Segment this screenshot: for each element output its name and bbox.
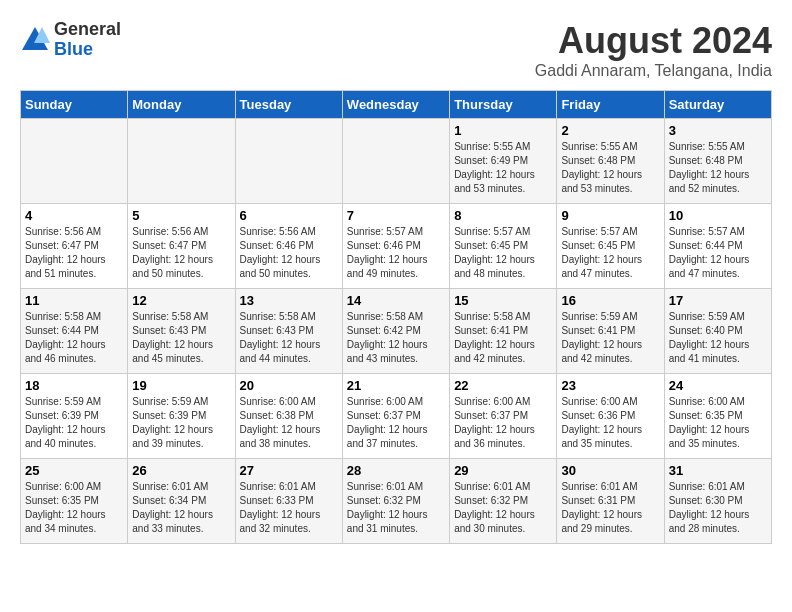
day-info: Sunrise: 5:59 AM Sunset: 6:40 PM Dayligh… xyxy=(669,310,767,366)
weekday-header-row: SundayMondayTuesdayWednesdayThursdayFrid… xyxy=(21,91,772,119)
calendar-cell: 24Sunrise: 6:00 AM Sunset: 6:35 PM Dayli… xyxy=(664,374,771,459)
day-number: 28 xyxy=(347,463,445,478)
calendar-cell: 19Sunrise: 5:59 AM Sunset: 6:39 PM Dayli… xyxy=(128,374,235,459)
logo-blue: Blue xyxy=(54,40,121,60)
day-info: Sunrise: 5:57 AM Sunset: 6:45 PM Dayligh… xyxy=(561,225,659,281)
day-number: 12 xyxy=(132,293,230,308)
day-number: 7 xyxy=(347,208,445,223)
calendar-cell: 6Sunrise: 5:56 AM Sunset: 6:46 PM Daylig… xyxy=(235,204,342,289)
day-info: Sunrise: 5:58 AM Sunset: 6:41 PM Dayligh… xyxy=(454,310,552,366)
day-number: 20 xyxy=(240,378,338,393)
calendar-body: 1Sunrise: 5:55 AM Sunset: 6:49 PM Daylig… xyxy=(21,119,772,544)
day-number: 27 xyxy=(240,463,338,478)
calendar-cell xyxy=(128,119,235,204)
day-number: 22 xyxy=(454,378,552,393)
calendar-cell: 30Sunrise: 6:01 AM Sunset: 6:31 PM Dayli… xyxy=(557,459,664,544)
day-info: Sunrise: 5:58 AM Sunset: 6:44 PM Dayligh… xyxy=(25,310,123,366)
logo-general: General xyxy=(54,20,121,40)
day-info: Sunrise: 6:00 AM Sunset: 6:37 PM Dayligh… xyxy=(347,395,445,451)
calendar-cell: 14Sunrise: 5:58 AM Sunset: 6:42 PM Dayli… xyxy=(342,289,449,374)
calendar-cell: 5Sunrise: 5:56 AM Sunset: 6:47 PM Daylig… xyxy=(128,204,235,289)
day-info: Sunrise: 6:01 AM Sunset: 6:30 PM Dayligh… xyxy=(669,480,767,536)
calendar-cell: 4Sunrise: 5:56 AM Sunset: 6:47 PM Daylig… xyxy=(21,204,128,289)
day-number: 19 xyxy=(132,378,230,393)
day-info: Sunrise: 5:55 AM Sunset: 6:49 PM Dayligh… xyxy=(454,140,552,196)
day-number: 30 xyxy=(561,463,659,478)
day-info: Sunrise: 6:00 AM Sunset: 6:38 PM Dayligh… xyxy=(240,395,338,451)
day-info: Sunrise: 6:01 AM Sunset: 6:31 PM Dayligh… xyxy=(561,480,659,536)
day-number: 17 xyxy=(669,293,767,308)
day-number: 31 xyxy=(669,463,767,478)
calendar-week-row: 11Sunrise: 5:58 AM Sunset: 6:44 PM Dayli… xyxy=(21,289,772,374)
calendar-week-row: 4Sunrise: 5:56 AM Sunset: 6:47 PM Daylig… xyxy=(21,204,772,289)
day-number: 11 xyxy=(25,293,123,308)
header: General Blue August 2024 Gaddi Annaram, … xyxy=(20,20,772,80)
main-title: August 2024 xyxy=(535,20,772,62)
day-info: Sunrise: 5:55 AM Sunset: 6:48 PM Dayligh… xyxy=(561,140,659,196)
day-info: Sunrise: 6:01 AM Sunset: 6:32 PM Dayligh… xyxy=(347,480,445,536)
day-info: Sunrise: 6:00 AM Sunset: 6:35 PM Dayligh… xyxy=(669,395,767,451)
calendar-cell: 25Sunrise: 6:00 AM Sunset: 6:35 PM Dayli… xyxy=(21,459,128,544)
weekday-header-cell: Saturday xyxy=(664,91,771,119)
day-number: 24 xyxy=(669,378,767,393)
calendar-cell: 15Sunrise: 5:58 AM Sunset: 6:41 PM Dayli… xyxy=(450,289,557,374)
calendar-cell: 8Sunrise: 5:57 AM Sunset: 6:45 PM Daylig… xyxy=(450,204,557,289)
day-info: Sunrise: 5:57 AM Sunset: 6:46 PM Dayligh… xyxy=(347,225,445,281)
day-info: Sunrise: 5:57 AM Sunset: 6:44 PM Dayligh… xyxy=(669,225,767,281)
day-info: Sunrise: 5:55 AM Sunset: 6:48 PM Dayligh… xyxy=(669,140,767,196)
weekday-header-cell: Monday xyxy=(128,91,235,119)
day-number: 9 xyxy=(561,208,659,223)
day-number: 1 xyxy=(454,123,552,138)
day-number: 2 xyxy=(561,123,659,138)
calendar-cell: 26Sunrise: 6:01 AM Sunset: 6:34 PM Dayli… xyxy=(128,459,235,544)
calendar-week-row: 18Sunrise: 5:59 AM Sunset: 6:39 PM Dayli… xyxy=(21,374,772,459)
calendar-week-row: 1Sunrise: 5:55 AM Sunset: 6:49 PM Daylig… xyxy=(21,119,772,204)
day-number: 13 xyxy=(240,293,338,308)
day-number: 21 xyxy=(347,378,445,393)
logo-text: General Blue xyxy=(54,20,121,60)
day-info: Sunrise: 5:57 AM Sunset: 6:45 PM Dayligh… xyxy=(454,225,552,281)
day-number: 18 xyxy=(25,378,123,393)
calendar-cell: 18Sunrise: 5:59 AM Sunset: 6:39 PM Dayli… xyxy=(21,374,128,459)
calendar-cell xyxy=(235,119,342,204)
day-info: Sunrise: 5:59 AM Sunset: 6:39 PM Dayligh… xyxy=(25,395,123,451)
day-number: 26 xyxy=(132,463,230,478)
calendar-cell: 7Sunrise: 5:57 AM Sunset: 6:46 PM Daylig… xyxy=(342,204,449,289)
calendar-cell: 9Sunrise: 5:57 AM Sunset: 6:45 PM Daylig… xyxy=(557,204,664,289)
calendar-cell: 1Sunrise: 5:55 AM Sunset: 6:49 PM Daylig… xyxy=(450,119,557,204)
weekday-header-cell: Friday xyxy=(557,91,664,119)
calendar-cell: 13Sunrise: 5:58 AM Sunset: 6:43 PM Dayli… xyxy=(235,289,342,374)
calendar-cell: 2Sunrise: 5:55 AM Sunset: 6:48 PM Daylig… xyxy=(557,119,664,204)
day-info: Sunrise: 6:00 AM Sunset: 6:36 PM Dayligh… xyxy=(561,395,659,451)
calendar-cell: 17Sunrise: 5:59 AM Sunset: 6:40 PM Dayli… xyxy=(664,289,771,374)
day-number: 3 xyxy=(669,123,767,138)
calendar-cell: 23Sunrise: 6:00 AM Sunset: 6:36 PM Dayli… xyxy=(557,374,664,459)
day-info: Sunrise: 6:00 AM Sunset: 6:35 PM Dayligh… xyxy=(25,480,123,536)
calendar-cell: 28Sunrise: 6:01 AM Sunset: 6:32 PM Dayli… xyxy=(342,459,449,544)
day-number: 6 xyxy=(240,208,338,223)
day-info: Sunrise: 5:56 AM Sunset: 6:47 PM Dayligh… xyxy=(25,225,123,281)
day-number: 5 xyxy=(132,208,230,223)
logo-icon xyxy=(20,25,50,55)
day-info: Sunrise: 6:01 AM Sunset: 6:34 PM Dayligh… xyxy=(132,480,230,536)
day-number: 8 xyxy=(454,208,552,223)
title-section: August 2024 Gaddi Annaram, Telangana, In… xyxy=(535,20,772,80)
day-info: Sunrise: 5:56 AM Sunset: 6:47 PM Dayligh… xyxy=(132,225,230,281)
day-number: 25 xyxy=(25,463,123,478)
calendar-cell: 11Sunrise: 5:58 AM Sunset: 6:44 PM Dayli… xyxy=(21,289,128,374)
day-number: 23 xyxy=(561,378,659,393)
calendar-cell: 21Sunrise: 6:00 AM Sunset: 6:37 PM Dayli… xyxy=(342,374,449,459)
calendar-cell: 22Sunrise: 6:00 AM Sunset: 6:37 PM Dayli… xyxy=(450,374,557,459)
logo: General Blue xyxy=(20,20,121,60)
calendar-cell: 27Sunrise: 6:01 AM Sunset: 6:33 PM Dayli… xyxy=(235,459,342,544)
calendar-cell: 29Sunrise: 6:01 AM Sunset: 6:32 PM Dayli… xyxy=(450,459,557,544)
day-number: 16 xyxy=(561,293,659,308)
weekday-header-cell: Tuesday xyxy=(235,91,342,119)
day-info: Sunrise: 5:58 AM Sunset: 6:42 PM Dayligh… xyxy=(347,310,445,366)
calendar-cell: 3Sunrise: 5:55 AM Sunset: 6:48 PM Daylig… xyxy=(664,119,771,204)
day-info: Sunrise: 5:59 AM Sunset: 6:41 PM Dayligh… xyxy=(561,310,659,366)
day-number: 14 xyxy=(347,293,445,308)
calendar-cell xyxy=(21,119,128,204)
calendar-week-row: 25Sunrise: 6:00 AM Sunset: 6:35 PM Dayli… xyxy=(21,459,772,544)
day-number: 10 xyxy=(669,208,767,223)
